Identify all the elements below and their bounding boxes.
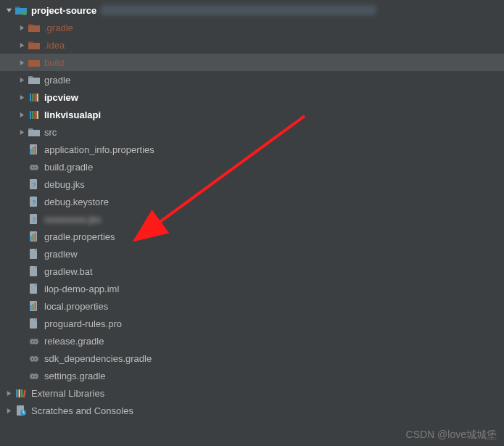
gradle-icon [28,160,41,173]
folder-excluded-icon [28,56,41,69]
tree-row[interactable]: build.gradle [0,158,504,175]
svg-rect-41 [21,389,23,397]
chevron-right-icon[interactable] [16,74,28,86]
svg-rect-1 [30,94,31,102]
tree-row[interactable]: .gradle [0,19,504,36]
tree-row[interactable]: Scratches and Consoles [0,402,504,419]
chevron-down-icon[interactable] [3,4,15,16]
tree-row[interactable]: settings.gradle [0,367,504,384]
properties-icon [28,143,41,156]
properties-icon [28,300,41,313]
watermark: CSDN @love城城堡 [406,429,497,442]
tree-row[interactable]: External Libraries [0,384,504,402]
tree-row[interactable]: ilop-demo-app.iml [0,280,504,297]
project-folder-icon [15,4,28,17]
chevron-right-icon[interactable] [16,57,28,68]
chevron-right-icon[interactable] [16,126,28,138]
tree-item-label: gradle.properties [44,231,115,242]
svg-rect-40 [19,389,21,397]
chevron-spacer [16,144,28,155]
chevron-right-icon[interactable] [3,387,15,399]
file-icon [28,265,41,278]
tree-row[interactable]: release.gradle [0,332,504,350]
tree-children: .gradle.ideabuildgradleipcviewlinkvisual… [0,19,504,384]
chevron-right-icon[interactable] [16,39,28,51]
svg-point-0 [22,11,27,15]
tree-row[interactable]: build [0,54,504,71]
chevron-spacer [16,231,28,242]
tree-item-label: External Libraries [31,388,104,399]
scratches-icon [15,404,28,417]
svg-rect-5 [30,111,31,119]
chevron-right-icon[interactable] [16,109,28,120]
chevron-spacer [16,300,28,312]
tree-row[interactable]: linkvisualapi [0,106,504,123]
svg-rect-3 [34,94,36,102]
tree-item-label: application_info.properties [44,144,154,155]
tree-item-label: sdk_dependencies.gradle [44,353,152,364]
svg-rect-42 [23,390,26,397]
chevron-spacer [16,318,28,329]
tree-item-label: local.properties [44,301,108,312]
svg-point-36 [35,358,36,360]
chevron-spacer [16,283,28,294]
project-tree: project-source .gradle.ideabuildgradleip… [0,0,504,419]
tree-item-label: settings.gradle [44,371,106,381]
tree-root-row[interactable]: project-source [0,1,504,19]
file-icon [28,247,41,260]
svg-point-13 [32,167,33,168]
folder-icon [28,73,41,86]
unknown-icon: ? [28,212,41,226]
tree-row[interactable]: proguard-rules.pro [0,315,504,332]
chevron-spacer [16,213,28,225]
svg-rect-2 [32,94,33,102]
tree-row[interactable]: ipcview [0,88,504,106]
chevron-right-icon[interactable] [16,91,28,103]
svg-rect-11 [33,147,34,154]
file-icon [28,282,41,295]
chevron-spacer [16,161,28,173]
tree-item-label: .gradle [44,22,73,33]
tree-row[interactable]: local.properties [0,297,504,315]
tree-item-label: debug.jks [44,179,85,190]
unknown-icon: ? [28,178,41,191]
tree-row[interactable]: gradle [0,71,504,88]
unknown-icon: ? [28,195,41,208]
tree-row[interactable]: .idea [0,36,504,54]
svg-rect-4 [37,94,38,102]
folder-icon [28,125,41,139]
tree-row[interactable]: gradle.properties [0,228,504,245]
svg-rect-10 [30,149,32,154]
tree-item-label: debug.keystore [44,197,109,207]
tree-row[interactable]: application_info.properties [0,141,504,158]
svg-text:?: ? [32,216,36,223]
tree-row[interactable]: ?xxxxxxxxx.jks [0,210,504,228]
tree-row[interactable]: gradlew.bat [0,263,504,280]
tree-item-label: build.gradle [44,162,93,173]
gradle-icon [28,352,41,365]
tree-item-label: gradle [44,75,70,86]
tree-item-label: ilop-demo-app.iml [44,284,119,294]
chevron-right-icon[interactable] [16,22,28,33]
tree-row[interactable]: src [0,123,504,141]
svg-rect-7 [34,111,36,119]
svg-point-35 [32,358,33,360]
tree-row[interactable]: ?debug.jks [0,175,504,193]
tree-siblings: External LibrariesScratches and Consoles [0,384,504,419]
tree-row[interactable]: ?debug.keystore [0,193,504,210]
chevron-right-icon[interactable] [3,405,15,416]
tree-row[interactable]: gradlew [0,245,504,263]
svg-point-38 [35,376,36,377]
properties-icon [28,230,41,243]
tree-row[interactable]: sdk_dependencies.gradle [0,350,504,367]
tree-item-label: ipcview [44,92,78,103]
tree-item-label: gradlew [44,249,78,260]
svg-text:?: ? [32,199,36,206]
svg-rect-24 [35,233,36,241]
svg-rect-31 [35,302,36,310]
svg-point-33 [32,341,33,342]
svg-rect-23 [33,234,34,241]
file-icon [28,317,41,330]
chevron-spacer [16,178,28,190]
tree-item-label: linkvisualapi [44,110,101,120]
